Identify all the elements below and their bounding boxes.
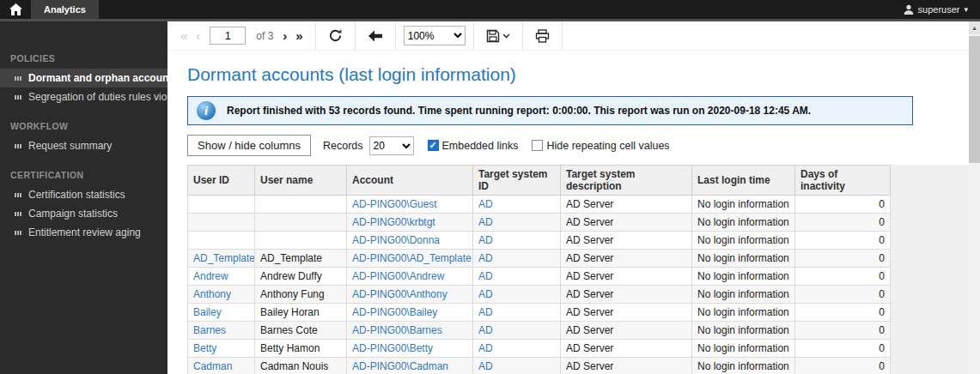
- records-select[interactable]: 20: [369, 136, 414, 155]
- table-row: Anthony Anthony Fung AD-PING00\Anthony A…: [188, 286, 891, 304]
- first-page-button[interactable]: «: [176, 29, 192, 42]
- last-page-button[interactable]: »: [291, 29, 307, 42]
- sidebar: POLICIES Dormant and orphan accounts Seg…: [0, 21, 167, 374]
- column-header-target-system-id[interactable]: Target system ID: [473, 166, 561, 196]
- column-header-target-system-description[interactable]: Target system description: [561, 166, 692, 196]
- page-total-label: of 3: [256, 30, 273, 42]
- report-table: User ID User name Account Target system …: [187, 165, 891, 374]
- cell-account: AD-PING00\Cadman: [347, 358, 473, 374]
- cell-user-name: [255, 214, 347, 232]
- cell-days-of-inactivity: 0: [795, 304, 891, 322]
- scrollbar-thumb[interactable]: [969, 36, 980, 163]
- user-menu[interactable]: superuser ▾: [904, 4, 980, 15]
- cell-days-of-inactivity: 0: [795, 232, 891, 250]
- sidebar-item-certification-statistics[interactable]: Certification statistics: [0, 185, 167, 204]
- column-header-user-name[interactable]: User name: [255, 166, 347, 196]
- column-header-user-id[interactable]: User ID: [188, 166, 255, 196]
- show-hide-columns-button[interactable]: Show / hide columns: [187, 135, 311, 156]
- table-row: Cadman Cadman Nouis AD-PING00\Cadman AD …: [188, 358, 891, 374]
- printer-icon: [535, 29, 550, 43]
- report-content: Dormant accounts (last login information…: [167, 51, 969, 374]
- cell-target-system-id: AD: [473, 340, 561, 358]
- zoom-select[interactable]: 100%: [404, 26, 466, 45]
- column-header-last-login-time[interactable]: Last login time: [692, 166, 795, 196]
- cell-target-system-description: AD Server: [561, 250, 692, 268]
- tab-analytics[interactable]: Analytics: [31, 0, 99, 19]
- cell-target-system-description: AD Server: [561, 268, 692, 286]
- sidebar-item-segregation-of-duties[interactable]: Segregation of duties rules viola...: [0, 87, 167, 106]
- prev-page-button[interactable]: ‹: [192, 29, 204, 42]
- table-zone: User ID User name Account Target system …: [187, 165, 969, 374]
- sidebar-item-entitlement-review-aging[interactable]: Entitlement review aging: [0, 223, 167, 242]
- cell-user-id: [188, 196, 255, 214]
- sidebar-section-certification: CERTIFICATION Certification statistics C…: [0, 164, 167, 242]
- cell-user-id: Barnes: [188, 322, 255, 340]
- back-button[interactable]: [363, 30, 387, 42]
- table-row: AD-PING00\Donna AD AD Server No login in…: [188, 232, 891, 250]
- sidebar-item-campaign-statistics[interactable]: Campaign statistics: [0, 204, 167, 223]
- cell-target-system-id: AD: [473, 250, 561, 268]
- cell-target-system-id: AD: [473, 304, 561, 322]
- column-header-account[interactable]: Account: [347, 166, 473, 196]
- table-right-filler: [891, 165, 970, 374]
- cell-target-system-id: AD: [473, 358, 561, 374]
- report-info-message: Report finished with 53 records found. T…: [227, 105, 811, 117]
- save-icon: [486, 29, 500, 43]
- vertical-scrollbar[interactable]: ▲: [969, 21, 980, 374]
- cell-target-system-description: AD Server: [561, 322, 692, 340]
- section-title-policies: POLICIES: [0, 47, 167, 69]
- refresh-icon: [328, 28, 343, 43]
- home-button[interactable]: [0, 0, 31, 19]
- cell-target-system-description: AD Server: [561, 358, 692, 374]
- home-icon: [9, 3, 22, 15]
- cell-days-of-inactivity: 0: [795, 286, 891, 304]
- table-row: Andrew Andrew Duffy AD-PING00\Andrew AD …: [188, 268, 891, 286]
- cell-target-system-description: AD Server: [561, 304, 692, 322]
- page-number-input[interactable]: [210, 27, 246, 45]
- refresh-button[interactable]: [324, 28, 347, 43]
- embedded-links-option[interactable]: Embedded links: [428, 140, 519, 152]
- cell-target-system-id: AD: [473, 214, 561, 232]
- cell-user-name: [255, 196, 347, 214]
- sidebar-item-request-summary[interactable]: Request summary: [0, 136, 167, 155]
- scrollbar-up-button[interactable]: ▲: [969, 21, 980, 34]
- toolbar-separator: [473, 21, 474, 51]
- cell-user-name: Barnes Cote: [255, 322, 347, 340]
- cell-last-login-time: No login information: [692, 196, 795, 214]
- cell-target-system-id: AD: [473, 196, 561, 214]
- toolbar-separator: [522, 21, 523, 51]
- next-page-button[interactable]: ›: [278, 29, 291, 42]
- table-body: AD-PING00\Guest AD AD Server No login in…: [188, 196, 891, 374]
- cell-last-login-time: No login information: [692, 358, 795, 374]
- table-row: Barnes Barnes Cote AD-PING00\Barnes AD A…: [188, 322, 891, 340]
- cell-account: AD-PING00\Barnes: [347, 322, 473, 340]
- arrow-left-icon: [368, 30, 383, 42]
- hide-repeating-option[interactable]: Hide repeating cell values: [532, 140, 669, 152]
- cell-days-of-inactivity: 0: [795, 340, 891, 358]
- cell-last-login-time: No login information: [692, 214, 795, 232]
- cell-user-id: [188, 232, 255, 250]
- cell-last-login-time: No login information: [692, 322, 795, 340]
- cell-user-name: Andrew Duffy: [255, 268, 347, 286]
- cell-user-id: Anthony: [188, 286, 255, 304]
- cell-days-of-inactivity: 0: [795, 250, 891, 268]
- sidebar-section-policies: POLICIES Dormant and orphan accounts Seg…: [0, 47, 167, 106]
- embedded-links-checkbox[interactable]: [428, 140, 439, 151]
- cell-last-login-time: No login information: [692, 268, 795, 286]
- print-button[interactable]: [531, 29, 554, 43]
- table-row: AD-PING00\krbtgt AD AD Server No login i…: [188, 214, 891, 232]
- report-icon: [15, 144, 21, 148]
- sidebar-section-workflow: WORKFLOW Request summary: [0, 115, 167, 155]
- topbar-divider: [0, 19, 980, 21]
- report-toolbar: « ‹ of 3 › » 100%: [167, 21, 969, 51]
- sidebar-item-dormant-orphan-accounts[interactable]: Dormant and orphan accounts: [0, 69, 167, 87]
- report-icon: [15, 95, 21, 100]
- export-save-button[interactable]: [482, 29, 514, 43]
- table-controls: Show / hide columns Records 20 Embedded …: [187, 135, 969, 156]
- cell-last-login-time: No login information: [692, 340, 795, 358]
- column-header-days-of-inactivity[interactable]: Days of inactivity: [795, 166, 891, 196]
- cell-days-of-inactivity: 0: [795, 322, 891, 340]
- section-title-workflow: WORKFLOW: [0, 115, 167, 136]
- hide-repeating-checkbox[interactable]: [532, 140, 543, 151]
- table-row: Betty Betty Hamon AD-PING00\Betty AD AD …: [188, 340, 891, 358]
